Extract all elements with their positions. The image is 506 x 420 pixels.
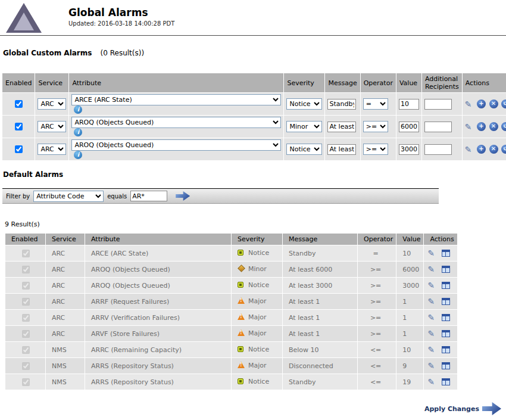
additional-recipients-cell — [422, 116, 462, 138]
severity-icon — [238, 313, 245, 320]
enabled-checkbox-disabled — [22, 346, 30, 354]
info-icon[interactable]: i — [74, 151, 82, 159]
col-header-message: Message — [325, 73, 360, 92]
attribute-cell: ARVF (Store Failures) — [85, 326, 231, 341]
message-input[interactable] — [327, 99, 356, 110]
col-header-message: Message — [283, 234, 357, 245]
additional-recipients-input[interactable] — [424, 144, 452, 155]
col-header-enabled: Enabled — [5, 234, 45, 245]
edit-icon[interactable]: ✎ — [465, 145, 472, 154]
attribute-cell: AROQ (Objects Queued) — [85, 262, 231, 277]
service-select[interactable]: ARC — [38, 98, 66, 110]
title-block: Global Alarms Updated: 2016-03-18 14:00:… — [68, 3, 174, 27]
edit-icon[interactable]: ✎ — [427, 345, 435, 354]
custom-alarms-title: Global Custom Alarms — [3, 49, 92, 57]
revert-row-icon[interactable]: ↺ — [501, 122, 506, 131]
filter-field-select[interactable]: Attribute Code — [33, 191, 104, 202]
delete-row-icon[interactable]: ✕ — [489, 99, 498, 108]
enabled-cell — [5, 374, 45, 390]
info-icon[interactable]: i — [74, 128, 82, 136]
severity-label: Major — [248, 297, 267, 305]
copy-table-icon[interactable] — [442, 282, 450, 289]
operator-select[interactable]: = — [363, 98, 388, 110]
value-input[interactable] — [399, 99, 419, 110]
severity-icon — [238, 282, 243, 288]
severity-icon-wrap — [238, 313, 248, 322]
edit-icon[interactable]: ✎ — [465, 99, 472, 109]
revert-row-icon[interactable]: ↺ — [501, 99, 506, 108]
enabled-checkbox[interactable] — [15, 123, 23, 130]
value-cell: 10 — [396, 245, 423, 261]
edit-icon[interactable]: ✎ — [427, 361, 435, 371]
apply-changes-arrow-icon[interactable] — [482, 402, 501, 415]
edit-icon[interactable]: ✎ — [427, 281, 435, 290]
copy-table-icon[interactable] — [442, 266, 450, 273]
message-cell: Disconnected — [283, 358, 357, 374]
severity-select[interactable]: Minor — [286, 121, 322, 132]
apply-changes-label[interactable]: Apply Changes — [424, 405, 479, 413]
severity-label: Notice — [248, 249, 269, 257]
attribute-cell: ARRC (Remaining Capacity) — [85, 342, 231, 357]
copy-table-icon[interactable] — [442, 330, 450, 337]
additional-recipients-input[interactable] — [424, 122, 452, 132]
edit-icon[interactable]: ✎ — [427, 265, 435, 274]
copy-table-icon[interactable] — [442, 378, 450, 385]
run-filter-arrow-icon[interactable] — [176, 191, 190, 201]
edit-icon[interactable]: ✎ — [427, 377, 435, 387]
severity-cell: Major — [232, 310, 282, 325]
edit-icon[interactable]: ✎ — [465, 122, 472, 132]
info-icon[interactable]: i — [74, 105, 82, 114]
service-select[interactable]: ARC — [38, 144, 66, 155]
severity-select[interactable]: Notice — [286, 98, 322, 110]
edit-icon[interactable]: ✎ — [427, 297, 435, 306]
default-alarm-row: ARC ARRV (Verification Failures) Major A… — [5, 310, 457, 325]
add-row-icon[interactable]: + — [477, 99, 486, 108]
message-input[interactable] — [327, 122, 356, 132]
enabled-cell — [5, 294, 45, 309]
attribute-select[interactable]: AROQ (Objects Queued) — [71, 117, 281, 128]
severity-label: Minor — [248, 265, 267, 273]
message-cell: At least 1 — [283, 294, 357, 309]
severity-select[interactable]: Notice — [286, 144, 322, 155]
severity-icon-wrap — [238, 265, 248, 274]
message-cell — [325, 138, 360, 160]
edit-icon[interactable]: ✎ — [427, 329, 435, 338]
copy-table-icon[interactable] — [442, 362, 450, 369]
add-row-icon[interactable]: + — [477, 122, 486, 131]
add-row-icon[interactable]: + — [477, 145, 486, 154]
delete-row-icon[interactable]: ✕ — [489, 122, 498, 131]
copy-table-icon[interactable] — [442, 314, 450, 321]
copy-table-icon[interactable] — [442, 346, 450, 353]
value-cell: 6000 — [396, 262, 423, 277]
message-input[interactable] — [327, 144, 356, 155]
value-input[interactable] — [399, 144, 419, 155]
attribute-select[interactable]: AROQ (Objects Queued) — [71, 139, 281, 151]
copy-table-icon[interactable] — [442, 298, 450, 305]
service-cell: ARC — [46, 294, 85, 309]
enabled-checkbox[interactable] — [15, 145, 23, 153]
copy-table-icon[interactable] — [442, 250, 450, 257]
default-alarm-row: ARC AROQ (Objects Queued) Minor At least… — [5, 262, 457, 277]
header-divider — [0, 35, 506, 36]
operator-select[interactable]: >= — [363, 144, 388, 155]
filter-value-input[interactable] — [130, 191, 167, 201]
attribute-cell: ARRV (Verification Failures) — [85, 310, 231, 325]
value-input[interactable] — [399, 122, 419, 132]
delete-row-icon[interactable]: ✕ — [489, 145, 498, 154]
edit-icon[interactable]: ✎ — [427, 248, 435, 258]
operator-cell: <= — [358, 374, 396, 390]
enabled-cell — [2, 138, 35, 160]
edit-icon[interactable]: ✎ — [427, 313, 435, 322]
value-cell: 1 — [396, 310, 423, 325]
default-alarm-row: ARC AROQ (Objects Queued) Notice At leas… — [5, 278, 457, 293]
additional-recipients-input[interactable] — [424, 99, 452, 110]
logo-triangle-inner — [14, 13, 34, 30]
severity-cell: Notice — [232, 374, 282, 390]
attribute-select[interactable]: ARCE (ARC State) — [71, 94, 281, 105]
severity-icon — [238, 362, 245, 368]
revert-row-icon[interactable]: ↺ — [501, 145, 506, 154]
operator-select[interactable]: >= — [363, 121, 388, 132]
service-select[interactable]: ARC — [38, 121, 66, 132]
enabled-checkbox[interactable] — [15, 100, 23, 108]
default-alarm-row: ARC ARRF (Request Failures) Major At lea… — [5, 294, 457, 309]
